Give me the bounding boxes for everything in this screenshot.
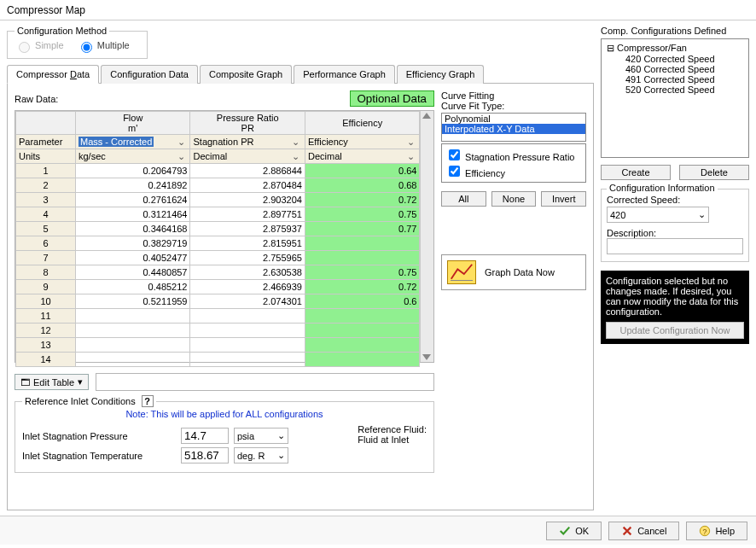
- cell-flow[interactable]: [76, 338, 190, 353]
- cell-eff[interactable]: [305, 251, 420, 265]
- cell-pr[interactable]: 2.755965: [190, 251, 305, 265]
- isp-input[interactable]: [181, 428, 229, 444]
- cell-flow[interactable]: 0.3464168: [76, 222, 190, 236]
- radio-multiple[interactable]: Multiple: [77, 40, 130, 50]
- cell-eff[interactable]: 0.75: [305, 207, 420, 222]
- all-button[interactable]: All: [441, 191, 486, 207]
- curve-option-0[interactable]: Polynomial: [442, 114, 585, 124]
- config-info-group: Configuration Information Corrected Spee…: [601, 189, 749, 262]
- tree-item-3[interactable]: 520 Corrected Speed: [607, 85, 743, 95]
- tree-item-2[interactable]: 491 Corrected Speed: [607, 74, 743, 85]
- corrected-speed-select[interactable]: 420⌄: [607, 207, 709, 223]
- cell-eff[interactable]: [305, 338, 420, 353]
- edit-formula-input[interactable]: [96, 373, 434, 391]
- chk-efficiency[interactable]: Efficiency: [445, 163, 582, 179]
- cell-pr[interactable]: [190, 338, 305, 353]
- cell-flow[interactable]: 0.2761624: [76, 193, 190, 207]
- cell-flow[interactable]: [76, 309, 190, 324]
- cell-pr[interactable]: 2.815951: [190, 236, 305, 251]
- cell-pr[interactable]: 2.897751: [190, 207, 305, 222]
- row-num: 5: [16, 222, 76, 236]
- scroll-down-icon[interactable]: [422, 354, 431, 360]
- help-button[interactable]: ? Help: [686, 522, 747, 540]
- param-select-0[interactable]: Mass - Corrected⌄: [76, 135, 190, 149]
- optional-data-button[interactable]: Optional Data: [350, 90, 435, 107]
- radio-simple-input[interactable]: [19, 42, 30, 53]
- unit-select-1[interactable]: Decimal⌄: [190, 149, 305, 164]
- curve-option-1[interactable]: Interpolated X-Y Data: [442, 124, 585, 134]
- unit-select-2[interactable]: Decimal⌄: [305, 149, 420, 164]
- cell-pr[interactable]: 2.875937: [190, 222, 305, 236]
- ist-unit-select[interactable]: deg. R⌄: [234, 447, 288, 463]
- radio-simple[interactable]: Simple: [15, 40, 67, 50]
- curve-fitting-title: Curve Fitting: [441, 90, 586, 101]
- cell-pr[interactable]: 2.870484: [190, 178, 305, 193]
- create-button[interactable]: Create: [601, 165, 671, 180]
- cell-pr[interactable]: [190, 353, 305, 367]
- edit-table-button[interactable]: 🗔 Edit Table ▾: [15, 374, 89, 390]
- cell-eff[interactable]: [305, 353, 420, 367]
- unit-select-0[interactable]: kg/sec⌄: [76, 149, 190, 164]
- param-select-1[interactable]: Stagnation PR⌄: [190, 135, 305, 149]
- cell-eff[interactable]: 0.6: [305, 294, 420, 309]
- help-icon[interactable]: ?: [142, 395, 154, 407]
- cell-flow[interactable]: 0.485212: [76, 280, 190, 294]
- radio-multiple-input[interactable]: [81, 42, 92, 53]
- cell-eff[interactable]: 0.72: [305, 280, 420, 294]
- chk-stagnation[interactable]: Stagnation Pressure Ratio: [445, 147, 582, 163]
- cell-eff[interactable]: [305, 324, 420, 338]
- cell-eff[interactable]: 0.72: [305, 193, 420, 207]
- row-num: 12: [16, 324, 76, 338]
- cell-pr[interactable]: 2.466939: [190, 280, 305, 294]
- tree-item-0[interactable]: 420 Corrected Speed: [607, 54, 743, 64]
- cell-flow[interactable]: 0.2064793: [76, 164, 190, 178]
- isp-unit-select[interactable]: psia⌄: [234, 428, 288, 444]
- param-select-2[interactable]: Efficiency⌄: [305, 135, 420, 149]
- curve-fit-type-list[interactable]: PolynomialInterpolated X-Y Data: [441, 113, 586, 142]
- cell-pr[interactable]: 2.886844: [190, 164, 305, 178]
- tab-3[interactable]: Performance Graph: [294, 65, 395, 84]
- description-input[interactable]: [607, 238, 743, 254]
- invert-button[interactable]: Invert: [541, 191, 586, 207]
- delete-button[interactable]: Delete: [679, 165, 749, 180]
- tree-item-1[interactable]: 460 Corrected Speed: [607, 64, 743, 74]
- cell-pr[interactable]: [190, 309, 305, 324]
- graph-data-now-button[interactable]: Graph Data Now: [441, 254, 586, 290]
- cell-pr[interactable]: 2.074301: [190, 294, 305, 309]
- cell-eff[interactable]: [305, 309, 420, 324]
- tab-4[interactable]: Efficiency Graph: [397, 65, 485, 84]
- scroll-up-icon[interactable]: [422, 113, 431, 119]
- cell-flow[interactable]: [76, 353, 190, 367]
- tab-1[interactable]: Configuration Data: [101, 65, 198, 84]
- cell-flow[interactable]: 0.3829719: [76, 236, 190, 251]
- none-button[interactable]: None: [491, 191, 537, 207]
- tree-root[interactable]: Compressor/Fan: [607, 43, 743, 54]
- cell-pr[interactable]: [190, 324, 305, 338]
- cell-pr[interactable]: 2.630538: [190, 265, 305, 280]
- ist-input[interactable]: [181, 447, 229, 463]
- config-method-group: Configuration Method Simple Multiple: [7, 26, 148, 59]
- cell-flow[interactable]: 0.4052477: [76, 251, 190, 265]
- cell-flow[interactable]: 0.5211959: [76, 294, 190, 309]
- ref-fluid-label: Reference Fluid:: [358, 424, 427, 434]
- tab-0[interactable]: Compressor Data: [7, 65, 99, 84]
- cell-eff[interactable]: 0.75: [305, 265, 420, 280]
- cell-flow[interactable]: 0.3121464: [76, 207, 190, 222]
- cell-flow[interactable]: [76, 324, 190, 338]
- cell-pr[interactable]: 2.903204: [190, 193, 305, 207]
- status-text: Configuration selected but no changes ma…: [606, 276, 744, 317]
- cell-flow[interactable]: 0.241892: [76, 178, 190, 193]
- config-tree[interactable]: Compressor/Fan 420 Corrected Speed460 Co…: [601, 38, 749, 158]
- data-grid[interactable]: Flowm'Pressure RatioPREfficiencyParamete…: [15, 110, 434, 363]
- cell-flow[interactable]: 0.4480857: [76, 265, 190, 280]
- tab-2[interactable]: Composite Graph: [200, 65, 292, 84]
- scrollbar[interactable]: [420, 111, 433, 362]
- cell-eff[interactable]: 0.68: [305, 178, 420, 193]
- cell-eff[interactable]: [305, 236, 420, 251]
- ok-button[interactable]: OK: [546, 522, 602, 540]
- cancel-button[interactable]: Cancel: [608, 522, 679, 540]
- cell-eff[interactable]: 0.77: [305, 222, 420, 236]
- cell-eff[interactable]: 0.64: [305, 164, 420, 178]
- row-num: 10: [16, 294, 76, 309]
- edit-table-label: Edit Table: [33, 377, 74, 388]
